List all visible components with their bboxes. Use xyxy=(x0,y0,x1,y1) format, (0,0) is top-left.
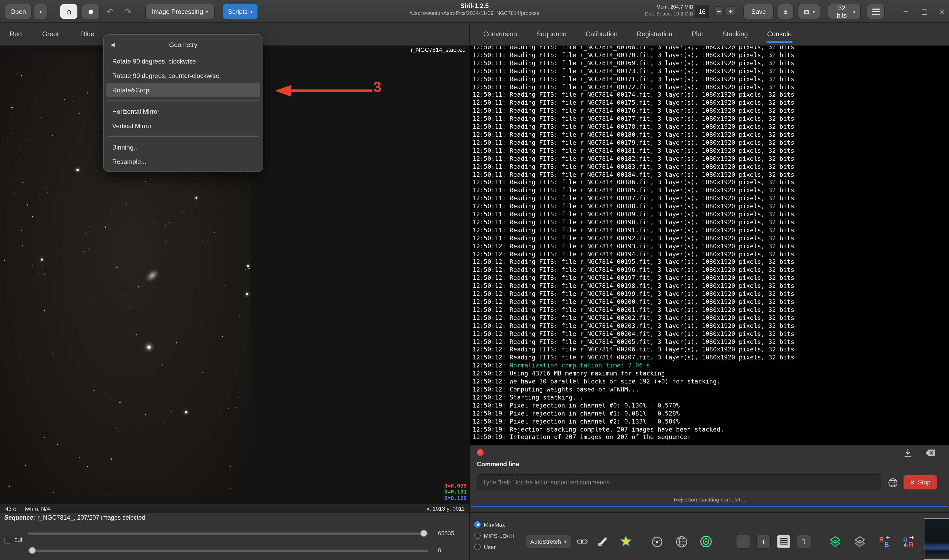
display-toolbar: Min/MaxMIPS-LO/HIUser AutoStretch ▾ xyxy=(470,512,949,560)
console-line: 12:50:11: Reading FITS: file r_NGC7814_0… xyxy=(473,139,949,147)
annotation-arrow xyxy=(270,82,377,98)
console-line: 12:50:12: Reading FITS: file r_NGC7814_0… xyxy=(473,330,949,338)
save-as-icon xyxy=(783,7,788,16)
stop-label: Stop xyxy=(918,479,930,486)
console-controls xyxy=(470,445,949,460)
clear-console-icon xyxy=(925,449,936,457)
blue-value: B=0.100 xyxy=(445,495,467,501)
tab-registration[interactable]: Registration xyxy=(636,23,674,45)
clear-console-button[interactable] xyxy=(924,446,937,459)
menu-item-vertical-mirror[interactable]: Vertical Mirror xyxy=(106,118,260,133)
layers-gray-button[interactable] xyxy=(851,533,868,550)
geometry-menu-header[interactable]: ◀ Geometry xyxy=(106,37,260,52)
save-button[interactable]: Save xyxy=(743,4,774,19)
registration-target-button[interactable] xyxy=(697,533,715,550)
app-title: Siril-1.2.5 xyxy=(410,2,539,10)
fit-to-view-button[interactable] xyxy=(777,535,791,549)
stretch-mode-dropdown[interactable]: AutoStretch ▾ xyxy=(526,535,571,549)
annotate-button[interactable] xyxy=(594,533,611,550)
console-line: 12:50:19: Pixel rejection in channel #0:… xyxy=(473,402,949,410)
stop-button[interactable]: × Stop xyxy=(903,475,937,490)
minimize-button[interactable]: − xyxy=(900,4,912,18)
menu-item-binning[interactable]: Binning... xyxy=(106,140,260,154)
rgb-align-button[interactable]: RR xyxy=(900,533,917,550)
bit-depth-dropdown[interactable]: 32 bits ▾ xyxy=(828,4,861,19)
channel-tab-green[interactable]: Green xyxy=(42,31,61,38)
zoom-out-button[interactable]: − xyxy=(736,535,751,549)
menu-item-resample[interactable]: Resample... xyxy=(106,154,260,169)
header-bar: Open ▾ ⌂ ● ↶ ↷ Image Processing ▾ Script… xyxy=(0,0,949,23)
decrease-button[interactable]: − xyxy=(714,6,724,16)
menu-button[interactable] xyxy=(867,4,885,19)
geometry-menu-title: Geometry xyxy=(169,41,197,48)
tab-sequence[interactable]: Sequence xyxy=(535,23,568,45)
radio-icon[interactable] xyxy=(474,532,481,538)
image-processing-label: Image Processing xyxy=(152,8,203,15)
sequence-text: r_NGC7814_, 207/207 images selected xyxy=(37,514,145,521)
cut-checkbox[interactable] xyxy=(4,537,11,544)
console-line: 12:50:12: Reading FITS: file r_NGC7814_0… xyxy=(473,258,949,266)
radio-icon[interactable] xyxy=(474,521,481,528)
pixel-value-readout: R=0.099 G=0.101 B=0.100 xyxy=(445,483,467,501)
display-mode-user[interactable]: User xyxy=(474,541,514,552)
low-cut-handle[interactable] xyxy=(29,547,36,554)
image-processing-button[interactable]: Image Processing ▾ xyxy=(145,4,215,19)
open-dropdown-button[interactable]: ▾ xyxy=(34,4,48,19)
record-button[interactable]: ● xyxy=(82,4,100,19)
home-button[interactable]: ⌂ xyxy=(60,4,78,19)
save-as-button[interactable] xyxy=(778,4,794,19)
preview-thumbnail[interactable] xyxy=(924,518,949,560)
console-line: 12:50:12: Reading FITS: file r_NGC7814_0… xyxy=(473,282,949,290)
photometry-button[interactable] xyxy=(617,533,634,550)
console-line: 12:50:12: We have 30 parallel blocks of … xyxy=(473,378,949,386)
channel-tab-blue[interactable]: Blue xyxy=(81,31,94,38)
menu-item-rotate-crop[interactable]: Rotate&Crop xyxy=(106,83,260,97)
thread-count-field[interactable]: 16 xyxy=(695,5,709,18)
tab-calibration[interactable]: Calibration xyxy=(584,23,619,45)
rgb-compose-button[interactable]: RB xyxy=(876,533,893,550)
console-log[interactable]: 12:50:11: Reading FITS: file r_NGC7814_0… xyxy=(470,46,949,445)
svg-text:R: R xyxy=(903,536,907,543)
sequence-label: Sequence: xyxy=(4,514,35,521)
snapshot-button[interactable]: ▾ xyxy=(798,4,820,19)
command-input[interactable] xyxy=(477,474,881,490)
tab-console[interactable]: Console xyxy=(766,23,793,45)
link-channels-button[interactable] xyxy=(574,533,591,550)
high-cut-slider[interactable] xyxy=(28,532,428,535)
scripts-button[interactable]: Scripts ▾ xyxy=(223,4,258,19)
high-cut-handle[interactable] xyxy=(420,530,427,537)
display-mode-mips-lo-hi[interactable]: MIPS-LO/HI xyxy=(474,530,514,541)
redo-icon[interactable]: ↷ xyxy=(125,4,131,19)
menu-item-rotate-90-degrees-clockwise[interactable]: Rotate 90 degrees, clockwise xyxy=(106,54,260,68)
export-log-button[interactable] xyxy=(901,446,914,459)
menu-item-horizontal-mirror[interactable]: Horizontal Mirror xyxy=(106,104,260,118)
increase-button[interactable]: + xyxy=(726,6,735,16)
open-button[interactable]: Open xyxy=(5,4,32,19)
astrometry-button[interactable] xyxy=(673,533,690,550)
stretch-mode-label: AutoStretch xyxy=(530,538,561,545)
tab-conversion[interactable]: Conversion xyxy=(482,23,518,45)
close-button[interactable]: × xyxy=(936,4,948,18)
psf-button[interactable] xyxy=(648,533,665,550)
one-to-one-zoom-button[interactable]: 1 xyxy=(797,535,811,549)
tab-plot[interactable]: Plot xyxy=(691,23,704,45)
undo-icon[interactable]: ↶ xyxy=(107,4,114,19)
console-line: 12:50:11: Reading FITS: file r_NGC7814_0… xyxy=(473,163,949,171)
channel-tab-red[interactable]: Red xyxy=(9,31,22,38)
maximize-button[interactable]: □ xyxy=(918,4,930,18)
console-line: 12:50:11: Reading FITS: file r_NGC7814_0… xyxy=(473,123,949,131)
back-chevron-icon[interactable]: ◀ xyxy=(111,42,115,48)
radio-icon[interactable] xyxy=(474,543,481,550)
svg-text:B: B xyxy=(884,541,889,548)
layers-green-button[interactable] xyxy=(827,533,844,550)
tab-stacking[interactable]: Stacking xyxy=(721,23,749,45)
menu-item-rotate-90-degrees-counter-clockwise[interactable]: Rotate 90 degrees, counter-clockwise xyxy=(106,68,260,83)
siril-window: Open ▾ ⌂ ● ↶ ↷ Image Processing ▾ Script… xyxy=(0,0,949,560)
menu-separator xyxy=(107,100,259,101)
memory-usage: Mem: 204.7 MiB xyxy=(644,4,693,11)
display-mode-min-max[interactable]: Min/Max xyxy=(474,518,514,530)
console-line: 12:50:11: Reading FITS: file r_NGC7814_0… xyxy=(473,211,949,218)
help-globe-button[interactable] xyxy=(886,476,900,490)
low-cut-slider[interactable] xyxy=(28,549,428,552)
zoom-in-button[interactable]: + xyxy=(756,535,771,549)
